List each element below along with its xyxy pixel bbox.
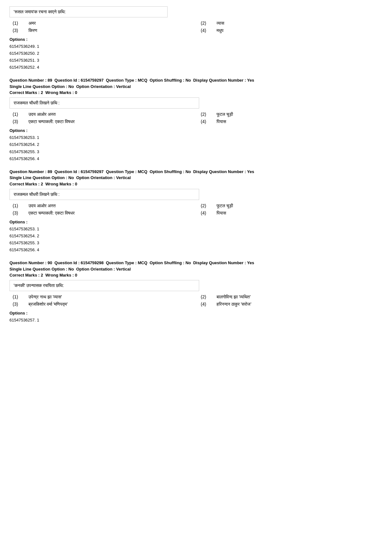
question-89-second-options-grid: (1) उदय आओर अस्त (2) फूटल चूड़ी (3) एकटा… bbox=[9, 203, 383, 216]
q89f-options-label: Options : bbox=[9, 128, 383, 133]
q89f-option-2: (2) फूटल चूड़ी bbox=[201, 112, 383, 117]
question-90: Question Number : 90 Question Id : 61547… bbox=[9, 260, 383, 324]
question-90-meta: Question Number : 90 Question Id : 61547… bbox=[9, 260, 383, 272]
q89f-option-1: (1) उदय आओर अस्त bbox=[13, 112, 194, 117]
q90-option-4: (4) हरिनन्दन ठाकुर 'सरोज' bbox=[201, 302, 383, 307]
q90-options-list: 61547536257. 1 bbox=[9, 317, 383, 324]
q89s-options-list: 61547536253. 1 61547536254. 2 6154753625… bbox=[9, 226, 383, 253]
q90-option-2: (2) बालगोविन्द झा 'व्यथित' bbox=[201, 294, 383, 300]
top-question-text: 'रूसल जमाय'क रचना काएने छथि: bbox=[9, 6, 168, 17]
question-90-text: 'कनकी' उपन्यासक रचयिता छथि: bbox=[9, 280, 199, 291]
options-list: 61547536249. 1 61547536250. 2 6154753625… bbox=[9, 43, 383, 71]
question-89-first-options-grid: (1) उदय आओर अस्त (2) फूटल चूड़ी (3) एकटा… bbox=[9, 112, 383, 124]
q90-option-1: (1) उपेन्द्र नाथ झा 'व्यास' bbox=[13, 294, 194, 300]
q89f-options-list: 61547536253. 1 61547536254. 2 6154753625… bbox=[9, 134, 383, 162]
q89f-option-4: (4) पियास bbox=[201, 119, 383, 124]
q89s-option-2: (2) फूटल चूड़ी bbox=[201, 203, 383, 209]
q89s-option-3: (3) एकटा चम्पाकली: एकटा विषधर bbox=[13, 210, 194, 216]
q90-options-label: Options : bbox=[9, 311, 383, 315]
question-90-options-grid: (1) उपेन्द्र नाथ झा 'व्यास' (2) बालगोविन… bbox=[9, 294, 383, 307]
question-89-second-marks: Correct Marks : 2 Wrong Marks : 0 bbox=[9, 182, 383, 186]
q89s-option-1: (1) उदय आओर अस्त bbox=[13, 203, 194, 209]
question-89-first-marks: Correct Marks : 2 Wrong Marks : 0 bbox=[9, 90, 383, 95]
question-89-second-meta: Question Number : 89 Question Id : 61547… bbox=[9, 169, 383, 181]
question-89-second: Question Number : 89 Question Id : 61547… bbox=[9, 169, 383, 253]
q90-option-3: (3) ब्रजकिशोर वर्मा 'मणिपद्म' bbox=[13, 302, 194, 307]
option-1: (1) अमर bbox=[13, 21, 194, 26]
options-label: Options : bbox=[9, 37, 383, 42]
question-89-second-text: राजकमल चौधरी लिखने छथि : bbox=[9, 189, 199, 200]
question-89-first-meta: Question Number : 89 Question Id : 61547… bbox=[9, 77, 383, 90]
option-2: (2) व्यास bbox=[201, 21, 383, 26]
q89f-option-3: (3) एकटा चम्पाकली: एकटा विषधर bbox=[13, 119, 194, 124]
top-question-block: 'रूसल जमाय'क रचना काएने छथि: (1) अमर (2)… bbox=[9, 6, 383, 71]
question-90-marks: Correct Marks : 2 Wrong Marks : 0 bbox=[9, 273, 383, 278]
top-options-grid: (1) अमर (2) व्यास (3) किरण (4) मधुप bbox=[9, 21, 383, 33]
question-89-first: Question Number : 89 Question Id : 61547… bbox=[9, 77, 383, 162]
option-3: (3) किरण bbox=[13, 28, 194, 33]
q89s-options-label: Options : bbox=[9, 220, 383, 224]
q89s-option-4: (4) पियास bbox=[201, 210, 383, 216]
option-4: (4) मधुप bbox=[201, 28, 383, 33]
question-89-first-text: राजकमल चौधरी लिखने छथि : bbox=[9, 97, 199, 109]
